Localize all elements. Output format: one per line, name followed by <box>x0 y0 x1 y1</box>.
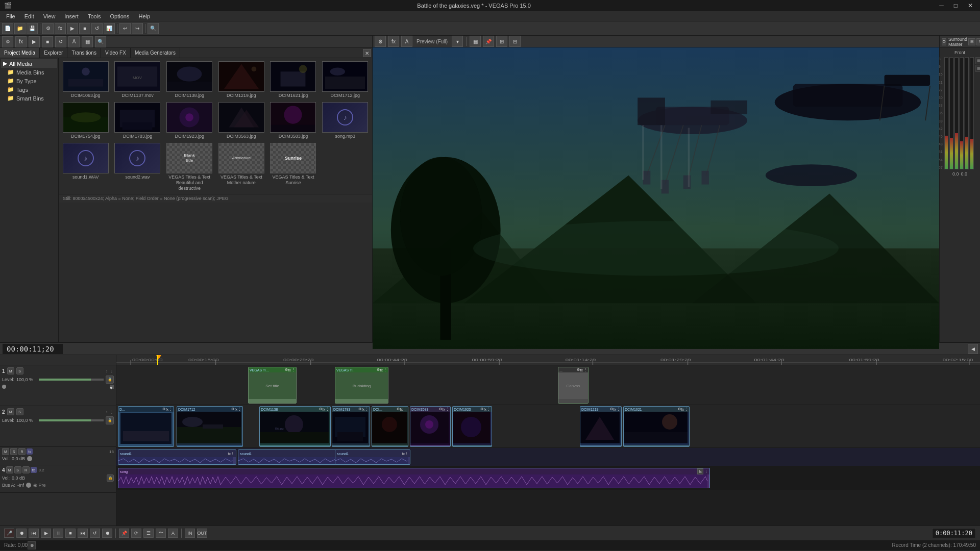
video-clip-1138-btn3[interactable]: ⋮ <box>326 407 329 411</box>
media-item-dcim1783[interactable]: DCIM1783.jpg <box>113 101 163 140</box>
video-clip-1219-btn3[interactable]: ⋮ <box>617 407 620 411</box>
title-clip-3[interactable]: ... ⚙ fx ⋮ Canvas <box>558 367 589 404</box>
title-clip-1-btn1[interactable]: ⚙ <box>285 368 288 372</box>
title-clip-3-btn1[interactable]: ⚙ <box>577 368 580 372</box>
preview-fx-btn[interactable]: fx <box>388 36 399 47</box>
transport-out[interactable]: OUT <box>197 529 207 538</box>
media-auto-btn[interactable]: A <box>68 36 80 47</box>
track-2-level-slider[interactable] <box>39 419 104 421</box>
media-item-sound1[interactable]: ♪ sound1.WAV <box>61 142 111 192</box>
video-clip-1219-btn1[interactable]: ⚙ <box>610 407 613 411</box>
menu-view[interactable]: View <box>39 12 60 20</box>
video-clip-1712[interactable]: DCIM1712 ⚙ fx ⋮ <box>177 406 243 447</box>
fx-button[interactable]: fx <box>55 23 66 34</box>
transport-loop-btn[interactable]: ↺ <box>90 529 100 538</box>
video-clip-1783-btn1[interactable]: ⚙ <box>358 407 361 411</box>
video-clip-1923-btn2[interactable]: fx <box>484 408 486 411</box>
title-clip-3-btn3[interactable]: ⋮ <box>583 368 587 372</box>
video-clip-1783-btn2[interactable]: fx <box>362 408 364 411</box>
video-clip-dci[interactable]: DCI... ⚙ fx ⋮ <box>372 406 408 447</box>
video-clip-1923[interactable]: DCIM1923 ⚙ fx ⋮ <box>452 406 492 447</box>
song-clip-more[interactable]: ⋮ <box>704 469 708 473</box>
track-1-level-slider[interactable] <box>39 379 104 381</box>
video-clip-3583-btn2[interactable]: fx <box>443 408 445 411</box>
tab-media-generators[interactable]: Media Generators <box>131 48 180 58</box>
meter-btn-1[interactable]: ▦ <box>975 57 980 64</box>
track-1-lock[interactable]: 🔒 <box>106 375 114 384</box>
song-clip-fx[interactable]: fx <box>697 468 703 474</box>
media-item-dcim1621[interactable]: DCIM1621.jpg <box>268 60 318 99</box>
video-clip-1783[interactable]: DCIM1783 ⚙ fx ⋮ <box>332 406 370 447</box>
video-clip-dci-btn3[interactable]: ⋮ <box>403 407 407 411</box>
song-clip[interactable]: song fx ⋮ <box>118 468 710 488</box>
video-clip-dci-btn2[interactable]: fx <box>400 408 403 411</box>
video-clip-d-btn1[interactable]: ⚙ <box>162 407 165 411</box>
audio-4-arm[interactable]: R <box>22 466 30 473</box>
track-2-lock[interactable]: 🔒 <box>106 416 114 424</box>
transport-mic[interactable]: 🎤 <box>4 529 14 538</box>
title-clip-1-btn2[interactable]: fx <box>288 368 291 372</box>
audio-3-pan-knob[interactable] <box>27 456 32 461</box>
title-clip-2-btn2[interactable]: fx <box>380 368 383 372</box>
track-1-mute[interactable]: M <box>7 367 14 374</box>
menu-tools[interactable]: Tools <box>84 12 105 20</box>
media-item-dcim3583[interactable]: DCIM3583.jpg <box>268 101 318 140</box>
video-clip-1621[interactable]: DCIM1621 ⚙ fx ⋮ <box>623 406 690 447</box>
title-clip-2-btn1[interactable]: ⚙ <box>377 368 380 372</box>
media-item-dcim1137[interactable]: MOV DCIM1137.mov <box>113 60 163 99</box>
preview-snap-btn[interactable]: 📌 <box>483 36 494 47</box>
media-item-dcim1923[interactable]: DCIM1923.jpg <box>164 101 214 140</box>
media-view-btn[interactable]: ▦ <box>82 36 93 47</box>
title-clip-1-btn3[interactable]: ⋮ <box>291 368 295 372</box>
track-1-color[interactable] <box>2 385 6 389</box>
track-1-more[interactable]: ⋮ <box>110 369 114 373</box>
audio-3-arm[interactable]: R <box>18 448 26 455</box>
media-item-dcim3563[interactable]: DCIM3563.jpg <box>216 101 266 140</box>
media-item-dcim1063[interactable]: DCIM1063.jpg <box>61 60 111 99</box>
video-clip-3583-btn3[interactable]: ⋮ <box>446 407 449 411</box>
video-clip-1621-btn2[interactable]: fx <box>681 408 684 411</box>
media-zoom-btn[interactable]: 🔍 <box>95 36 106 47</box>
video-clip-1138-btn1[interactable]: ⚙ <box>319 407 322 411</box>
settings-button[interactable]: ⚙ <box>42 23 54 34</box>
meter-btn-2[interactable]: ▦ <box>975 65 980 72</box>
transport-in[interactable]: IN <box>185 529 195 538</box>
audio-3-solo[interactable]: S <box>10 448 17 455</box>
title-clip-3-btn2[interactable]: fx <box>580 368 583 372</box>
tab-transitions[interactable]: Transitions <box>67 48 101 58</box>
media-settings-btn[interactable]: ⚙ <box>2 36 13 47</box>
audio-clip-sound1-3[interactable]: sound1 fx ⋮ <box>335 449 410 465</box>
tl-btn-1[interactable]: ◀ <box>968 344 978 354</box>
transport-record[interactable]: ⏺ <box>102 529 112 538</box>
video-clip-3583-btn1[interactable]: ⚙ <box>439 407 442 411</box>
media-stop-btn[interactable]: ■ <box>42 36 53 47</box>
media-item-sound2[interactable]: ♪ sound2.wav <box>113 142 163 192</box>
video-clip-1712-btn1[interactable]: ⚙ <box>231 407 234 411</box>
audio-clip-s1-3-more[interactable]: ⋮ <box>405 452 408 456</box>
media-item-dcim1219[interactable]: DCIM1219.jpg <box>216 60 266 99</box>
preview-settings-btn[interactable]: ⚙ <box>375 36 386 47</box>
transport-auto[interactable]: A <box>168 529 178 538</box>
media-item-title3[interactable]: Sunrise VEGAS Titles & Text Sunrise <box>268 142 318 192</box>
audio-clip-sound1-2[interactable]: sound1 fx ⋮ <box>238 449 345 465</box>
tab-project-media[interactable]: Project Media <box>0 48 40 58</box>
audio-4-mute[interactable]: M <box>6 466 13 473</box>
restore-button[interactable]: □ <box>951 2 961 9</box>
transport-stop[interactable]: ■ <box>65 529 76 538</box>
transport-sync[interactable]: ⟳ <box>131 529 141 538</box>
tree-all-media[interactable]: ▶ All Media <box>1 59 57 68</box>
video-clip-d-btn2[interactable]: fx <box>166 408 168 411</box>
media-item-song[interactable]: ♪ song.mp3 <box>320 101 370 140</box>
media-fx-btn[interactable]: fx <box>15 36 27 47</box>
zoom-button[interactable]: 🔍 <box>148 23 159 34</box>
media-item-title1[interactable]: Blanktitle VEGAS Titles & Text Beautiful… <box>164 142 214 192</box>
menu-help[interactable]: Help <box>134 12 154 20</box>
media-loop-btn[interactable]: ↺ <box>55 36 66 47</box>
tab-video-fx[interactable]: Video FX <box>101 48 131 58</box>
title-clip-2[interactable]: VEGAS Ti... ⚙ fx ⋮ Budakting <box>335 367 388 404</box>
title-clip-1[interactable]: VEGAS Ti... ⚙ fx ⋮ Set title <box>248 367 297 404</box>
open-button[interactable]: 📁 <box>14 23 26 34</box>
undo-button[interactable]: ↩ <box>119 23 131 34</box>
track-2-solo[interactable]: S <box>16 408 23 415</box>
media-item-dcim1754[interactable]: DCIM1754.jpg <box>61 101 111 140</box>
